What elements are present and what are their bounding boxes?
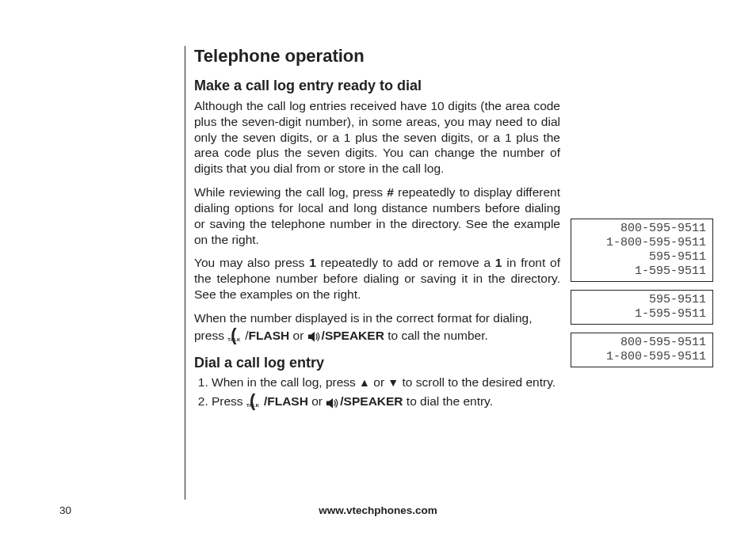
- example-box-1: 800-595-9511 1-800-595-9511 595-9511 1-5…: [571, 219, 713, 282]
- example-number: 1-800-595-9511: [571, 236, 706, 250]
- example-number: 1-800-595-9511: [571, 350, 706, 364]
- section1-para3: You may also press 1 repeatedly to add o…: [194, 255, 560, 302]
- text: While reviewing the call log, press: [194, 185, 387, 199]
- section1-para1: Although the call log entries received h…: [194, 98, 560, 177]
- section1-para2: While reviewing the call log, press # re…: [194, 184, 560, 247]
- speaker-label: /SPEAKER: [322, 329, 384, 342]
- text: repeatedly to add or remove a: [316, 256, 495, 269]
- manual-page: Telephone operation Make a call log entr…: [0, 0, 756, 540]
- example-number: 800-595-9511: [571, 336, 706, 350]
- section1-heading: Make a call log entry ready to dial: [194, 78, 560, 95]
- flash-label: /FLASH: [264, 394, 308, 408]
- speaker-icon: [326, 397, 340, 408]
- text: You may also press: [194, 256, 309, 269]
- speaker-label: /SPEAKER: [340, 394, 403, 408]
- section1-para4: When the number displayed is in the corr…: [194, 310, 560, 326]
- hash-key: #: [387, 185, 394, 199]
- examples-column: 800-595-9511 1-800-595-9511 595-9511 1-5…: [571, 219, 713, 375]
- svg-marker-1: [326, 397, 333, 408]
- section2-heading: Dial a call log entry: [194, 355, 560, 372]
- example-box-2: 595-9511 1-595-9511: [571, 290, 713, 325]
- text: or: [289, 329, 307, 342]
- footer-url: www.vtechphones.com: [0, 504, 756, 516]
- text: When in the call log, press: [212, 375, 359, 389]
- up-arrow-icon: ▲: [359, 377, 370, 388]
- talk-icon: (TALK: [227, 331, 245, 344]
- flash-label: FLASH: [249, 329, 290, 342]
- talk-icon: (TALK: [246, 397, 264, 409]
- example-box-3: 800-595-9511 1-800-595-9511: [571, 333, 713, 367]
- down-arrow-icon: ▼: [388, 377, 399, 388]
- text: to call the number.: [384, 329, 488, 342]
- section1-para5: press (TALK/FLASH or /SPEAKER to call th…: [194, 328, 560, 344]
- speaker-icon: [307, 331, 322, 342]
- text: Press: [212, 394, 246, 408]
- example-number: 1-595-9511: [571, 307, 706, 321]
- vertical-divider: [185, 46, 185, 500]
- example-number: 595-9511: [571, 293, 706, 307]
- text: to dial the entry.: [403, 394, 493, 408]
- one-key: 1: [309, 256, 316, 269]
- text: or: [370, 375, 388, 389]
- step-1: When in the call log, press ▲ or ▼ to sc…: [212, 375, 560, 390]
- example-number: 800-595-9511: [571, 222, 706, 236]
- example-number: 595-9511: [571, 250, 706, 264]
- page-title: Telephone operation: [194, 46, 560, 67]
- text: or: [308, 394, 326, 408]
- text: press: [194, 329, 227, 342]
- main-content: Telephone operation Make a call log entr…: [194, 46, 560, 413]
- text: to scroll to the desired entry.: [399, 375, 556, 389]
- example-number: 1-595-9511: [571, 264, 706, 279]
- steps-list: When in the call log, press ▲ or ▼ to sc…: [194, 375, 560, 409]
- svg-marker-0: [308, 332, 315, 342]
- step-2: Press (TALK/FLASH or /SPEAKER to dial th…: [212, 394, 560, 409]
